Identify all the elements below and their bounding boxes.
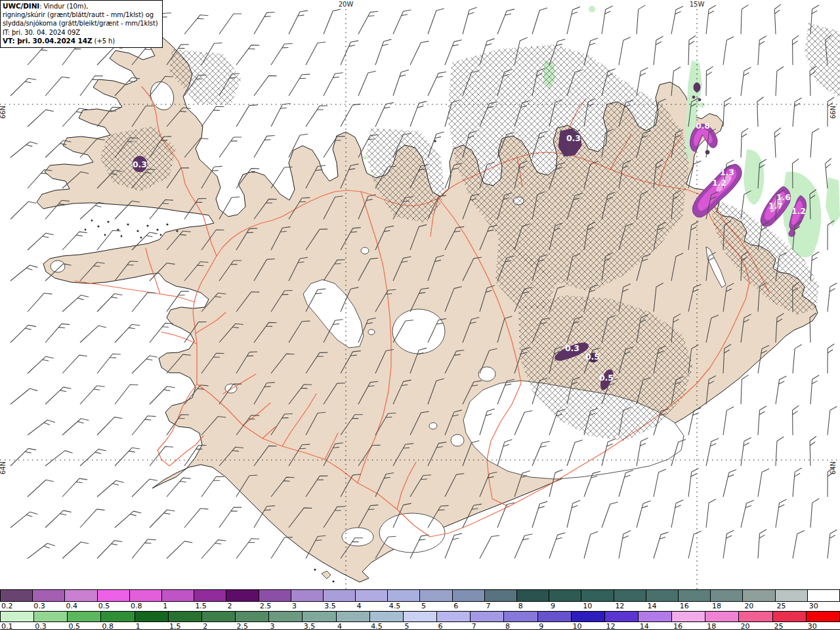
sleet-scale-segment [808,590,839,601]
rain-scale-segment [1,612,34,621]
precip-value-label: 0.3 [133,159,147,169]
sleet-scale-segment [33,590,65,601]
rain-scale-segment [68,612,101,621]
sleet-scale-tick-label: 3 [292,602,297,610]
lake [368,329,375,335]
sleet-scale-tick-label: 0.4 [66,602,77,610]
rain-scale-tick-label: 8 [505,622,510,630]
sleet-scale-segment [614,590,646,601]
sleet-scale-segment [549,590,581,601]
sleet-scale-tick-label: 0.8 [131,602,142,610]
sleet-scale-tick-label: 9 [551,602,555,610]
legend-line-2: rigning/skúrir (grænt/blátt/rautt - mm/1… [3,10,158,19]
rain-scale-tick-label: 5 [404,622,409,630]
precip-value-label: 0.5 [585,352,600,362]
sleet-scale-segment [679,590,711,601]
sleet-scale-segment [291,590,324,601]
rain-scale-segment [705,612,739,621]
sleet-scale-segment [776,590,808,601]
rain-scale-segment [34,612,68,621]
sleet-scale-tick-label: 18 [712,602,721,610]
rain-scale-segment [773,612,807,621]
sleet-scale-segment [259,590,291,601]
rain-scale-segment [303,612,336,621]
rain-scale-tick-label: 0.1 [1,622,13,630]
rain-scale-segment [572,612,605,621]
sleet-scale-segment [356,590,388,601]
rain-scale-tick-label: 10 [572,622,581,630]
legend-line-1: UWC/DINI: Vindur (10m), [3,2,158,10]
sleet-scale-tick-label: 14 [648,602,657,610]
sleet-scale-tick-label: 30 [809,602,818,610]
precip-value-label: 1.2 [791,206,806,216]
sleet-scale-segment [388,590,420,601]
rain-scale-tick-label: 30 [808,622,817,630]
rain-scale-tick-label: 4 [337,622,342,630]
legend-line-5: VT: þri. 30.04.2024 14Z (+5 h) [3,37,158,45]
sleet-scale-tick-label: 20 [744,602,753,610]
rain-scale-tick-label: 6 [438,622,443,630]
rain-scale-tick-label: 20 [740,622,749,630]
rain-scale-segment [639,612,672,621]
sleet-snow-colourbar [0,589,840,602]
sleet-scale-segment [98,590,130,601]
rain-scale-segment [739,612,772,621]
rain-scale-tick-label: 0.8 [102,622,114,630]
rain-colourbar-labels: 0.10.30.50.811.522.533.544.5567891012141… [0,622,840,630]
sleet-scale-tick-label: 1 [163,602,167,610]
rain-scale-segment [236,612,269,621]
sleet-scale-tick-label: 16 [680,602,689,610]
sleet-scale-tick-label: 8 [518,602,523,610]
sleet-scale-segment [194,590,226,601]
sleet-scale-segment [581,590,614,601]
sleet-scale-tick-label: 2 [228,602,232,610]
sleet-scale-tick-label: 10 [583,602,592,610]
rain-scale-tick-label: 3 [270,622,275,630]
precip-value-label: 1.7 [768,201,783,211]
model-name: UWC/DINI [3,2,39,10]
sleet-scale-segment [420,590,452,601]
sleet-scale-tick-label: 3.5 [324,602,336,610]
precip-value-label: 1.3 [720,167,734,177]
precip-value-label: 1.2 [712,178,726,188]
sleet-scale-segment [711,590,743,601]
graticule-label: 66N [0,106,7,119]
sleet-scale-tick-label: 0.5 [98,602,110,610]
sleet-snow-colourbar-labels: 0.20.30.40.50.811.522.533.544.5567891012… [0,602,840,611]
hofsjokull-glacier [392,309,445,354]
lake [361,247,369,254]
rain-scale-tick-label: 25 [774,622,784,630]
graticule-label: 15W [690,1,705,8]
precip-value-label: 0.3 [565,343,579,353]
sleet-scale-tick-label: 1.5 [195,602,207,610]
lake [451,434,464,446]
rain-scale-tick-label: 16 [673,622,682,630]
rain-scale-segment [504,612,537,621]
sleet-scale-segment [453,590,485,601]
rain-scale-segment [404,612,437,621]
sleet-scale-segment [743,590,775,601]
iceland-weather-map: 20W15W66N66N64N64N [0,0,840,589]
rain-scale-tick-label: 0.3 [35,622,47,630]
rain-scale-tick-label: 3.5 [304,622,316,630]
rain-scale-segment [807,612,839,621]
sleet-scale-segment [517,590,549,601]
sleet-scale-tick-label: 12 [615,602,624,610]
legend-box: UWC/DINI: Vindur (10m), rigning/skúrir (… [0,0,163,48]
rain-scale-tick-label: 7 [472,622,476,630]
precip-value-label: 0.8 [696,121,710,131]
rain-scale-segment [538,612,572,621]
rain-scale-tick-label: 18 [707,622,716,630]
lake [429,423,437,429]
rain-scale-tick-label: 9 [539,622,543,630]
colour-scales: 0.20.30.40.50.811.522.533.544.5567891012… [0,589,840,630]
sleet-scale-segment [130,590,162,601]
sleet-scale-segment [324,590,356,601]
rain-colourbar [0,611,840,622]
sleet-scale-tick-label: 2.5 [260,602,272,610]
rain-scale-tick-label: 14 [640,622,649,630]
rain-scale-tick-label: 12 [606,622,616,630]
rain-scale-tick-label: 1 [136,622,140,630]
graticule-label: 66N [830,106,837,119]
rain-scale-tick-label: 2 [203,622,207,630]
